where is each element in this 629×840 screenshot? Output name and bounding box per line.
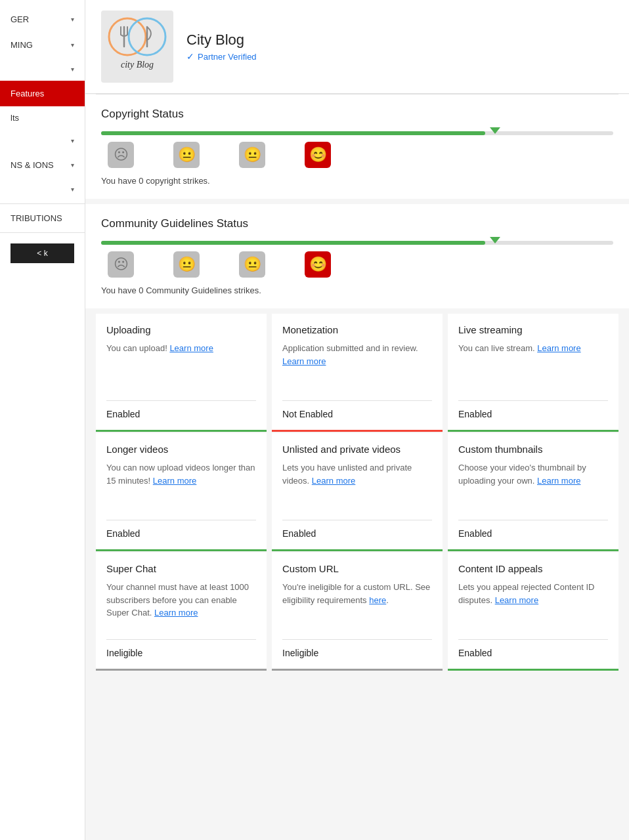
thumbnails-learn-more[interactable]: Learn more (537, 476, 580, 486)
unlisted-title: Unlisted and private videos (282, 444, 432, 455)
community-icon-2: 😐 (173, 251, 200, 278)
channel-logo-image: city Blog (104, 14, 170, 79)
sidebar-item-empty3[interactable]: ▾ (0, 178, 85, 201)
feature-card-unlisted: Unlisted and private videos Lets you hav… (272, 433, 443, 551)
community-status-bar: ☹ 😐 😐 😊 (101, 241, 613, 278)
feature-card-thumbnails: Custom thumbnails Choose your video's th… (448, 433, 618, 551)
channel-header: city Blog City Blog ✓ Partner Verified (85, 0, 629, 94)
sidebar-item-features[interactable]: Features (0, 81, 85, 106)
sidebar-item-label: MING (11, 40, 33, 50)
face-ok-2-icon: 😐 (239, 251, 265, 278)
community-icon-1: ☹ (108, 251, 134, 278)
feature-card-super-chat: Super Chat Your channel must have at lea… (96, 553, 267, 671)
sidebar-item-tributions[interactable]: TRIBUTIONS (0, 207, 85, 230)
feature-card-live-streaming: Live streaming You can live stream. Lear… (448, 314, 618, 432)
chevron-down-icon: ▾ (71, 41, 74, 49)
feature-card-custom-url: Custom URL You're ineligible for a custo… (272, 553, 443, 671)
copyright-fill (101, 131, 485, 135)
thumbnails-status: Enabled (458, 520, 608, 539)
monetization-title: Monetization (282, 324, 432, 335)
sidebar-item-ger[interactable]: GER ▾ (0, 7, 85, 32)
svg-text:city Blog: city Blog (121, 60, 154, 70)
community-status-section: Community Guidelines Status ☹ 😐 😐 😊 (85, 204, 629, 308)
content-id-desc: Lets you appeal rejected Content ID disp… (458, 581, 608, 629)
face-sad-icon: ☹ (108, 142, 134, 168)
custom-url-status: Ineligible (282, 639, 432, 658)
copyright-icon-4: 😊 (305, 142, 331, 168)
super-chat-status: Ineligible (106, 639, 256, 658)
uploading-status: Enabled (106, 400, 256, 419)
sidebar-item-label: Features (11, 89, 44, 98)
copyright-status-section: Copyright Status ☹ 😐 😐 😊 (85, 94, 629, 199)
chevron-down-icon: ▾ (71, 137, 74, 144)
community-icon-3: 😐 (239, 251, 265, 278)
community-status-title: Community Guidelines Status (101, 217, 613, 230)
partner-verified-text: Partner Verified (198, 52, 257, 62)
partner-verified-badge: ✓ Partner Verified (186, 51, 257, 62)
community-icons: ☹ 😐 😐 😊 (108, 251, 613, 278)
sidebar-item-label: TRIBUTIONS (11, 213, 62, 223)
feature-cards-row-3: Super Chat Your channel must have at lea… (85, 553, 629, 671)
sidebar-item-empty1[interactable]: ▾ (0, 58, 85, 81)
feature-card-longer-videos: Longer videos You can now upload videos … (96, 433, 267, 551)
sidebar-item-ns-ions[interactable]: NS & IONS ▾ (0, 152, 85, 178)
copyright-status-title: Copyright Status (101, 108, 613, 121)
face-sad-2-icon: ☹ (108, 251, 134, 278)
content-id-title: Content ID appeals (458, 563, 608, 574)
thumbnails-desc: Choose your video's thumbnail by uploadi… (458, 461, 608, 509)
sidebar-item-empty2[interactable]: ▾ (0, 129, 85, 152)
longer-videos-learn-more[interactable]: Learn more (153, 476, 196, 486)
community-icon-4: 😊 (305, 251, 331, 278)
super-chat-learn-more[interactable]: Learn more (154, 608, 198, 618)
longer-videos-desc: You can now upload videos longer than 15… (106, 461, 256, 509)
community-strike-text: You have 0 Community Guidelines strikes. (101, 285, 613, 295)
feature-card-uploading: Uploading You can upload! Learn more Ena… (96, 314, 267, 432)
channel-name: City Blog (186, 32, 257, 49)
content-id-learn-more[interactable]: Learn more (495, 595, 538, 605)
chevron-down-icon: ▾ (71, 161, 74, 169)
uploading-title: Uploading (106, 324, 256, 335)
copyright-icon-2: 😐 (173, 142, 200, 168)
sidebar-divider (0, 203, 85, 204)
thumbnails-title: Custom thumbnails (458, 444, 608, 455)
back-button[interactable]: < k (11, 243, 74, 263)
unlisted-desc: Lets you have unlisted and private video… (282, 461, 432, 509)
sidebar-item-ming[interactable]: MING ▾ (0, 32, 85, 58)
channel-logo: city Blog (101, 10, 173, 83)
face-happy-icon: 😊 (305, 142, 331, 168)
monetization-status: Not Enabled (282, 400, 432, 419)
copyright-icon-1: ☹ (108, 142, 134, 168)
super-chat-desc: Your channel must have at least 1000 sub… (106, 581, 256, 629)
sidebar-item-label: GER (11, 14, 29, 24)
super-chat-title: Super Chat (106, 563, 256, 574)
feature-card-monetization: Monetization Application submitted and i… (272, 314, 443, 432)
sidebar: GER ▾ MING ▾ ▾ Features lts ▾ NS & IONS … (0, 0, 85, 840)
sidebar-divider-2 (0, 232, 85, 233)
monetization-learn-more[interactable]: Learn more (282, 356, 326, 366)
content-id-status: Enabled (458, 639, 608, 658)
longer-videos-title: Longer videos (106, 444, 256, 455)
copyright-icon-3: 😐 (239, 142, 265, 168)
sidebar-item-label: NS & IONS (11, 160, 54, 170)
sidebar-item-lts[interactable]: lts (0, 106, 85, 129)
face-ok-icon: 😐 (239, 142, 265, 168)
custom-url-desc: You're ineligible for a custom URL. See … (282, 581, 432, 629)
face-happy-2-icon: 😊 (305, 251, 331, 278)
uploading-desc: You can upload! Learn more (106, 342, 256, 390)
unlisted-learn-more[interactable]: Learn more (312, 476, 355, 486)
copyright-strike-text: You have 0 copyright strikes. (101, 176, 613, 186)
community-pointer (490, 237, 500, 243)
copyright-status-bar: ☹ 😐 😐 😊 (101, 131, 613, 168)
channel-info: City Blog ✓ Partner Verified (186, 32, 257, 62)
community-track (101, 241, 613, 245)
face-neutral-2-icon: 😐 (173, 251, 200, 278)
custom-url-here-link[interactable]: here (369, 595, 386, 605)
monetization-desc: Application submitted and in review. Lea… (282, 342, 432, 390)
feature-card-content-id: Content ID appeals Lets you appeal rejec… (448, 553, 618, 671)
uploading-learn-more[interactable]: Learn more (169, 343, 213, 353)
chevron-down-icon: ▾ (71, 16, 74, 23)
live-streaming-learn-more[interactable]: Learn more (537, 343, 580, 353)
copyright-pointer (490, 127, 500, 134)
checkmark-icon: ✓ (186, 51, 194, 62)
feature-cards-row-2: Longer videos You can now upload videos … (85, 433, 629, 551)
